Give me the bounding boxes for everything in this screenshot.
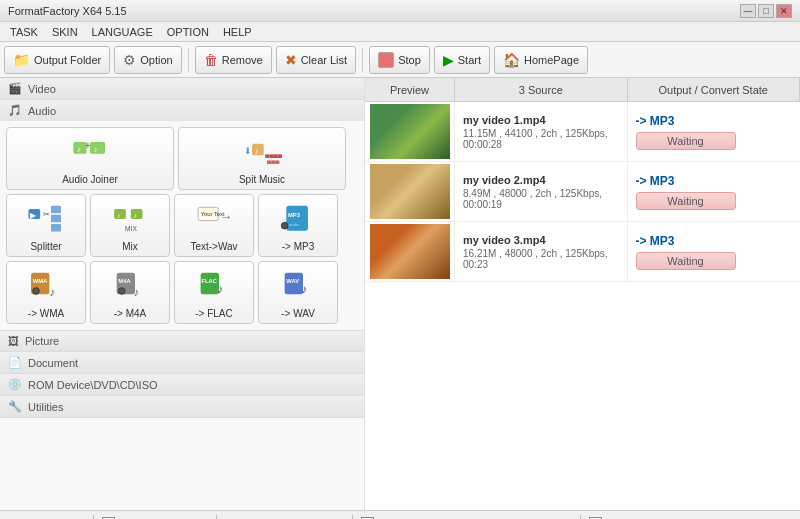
- audio-joiner-label: Audio Joiner: [62, 174, 118, 185]
- audio-joiner-button[interactable]: ♪ + ♪ Audio Joiner: [6, 127, 174, 190]
- remove-icon: 🗑: [204, 52, 218, 68]
- utils-icon: 🔧: [8, 400, 22, 413]
- waiting-badge-2: Waiting: [636, 192, 736, 210]
- sidebar-header-rom[interactable]: 💿 ROM Device\DVD\CD\ISO: [0, 374, 364, 395]
- preview-cell-1: [365, 102, 455, 161]
- to-wma-label: -> WMA: [28, 308, 64, 319]
- svg-text:⬇: ⬇: [244, 146, 252, 156]
- option-label: Option: [140, 54, 172, 66]
- clear-icon: ✖: [285, 52, 297, 68]
- app-title: FormatFactory X64 5.15: [8, 5, 127, 17]
- to-mp3-icon: MP3 audio: [274, 199, 322, 239]
- status-bar: 📁 C:\FFOutput ✓ Use Multi-Threads Elapse…: [0, 510, 800, 519]
- svg-text:M4A: M4A: [118, 278, 131, 284]
- menu-task[interactable]: TASK: [4, 24, 44, 40]
- file-meta-3: 16.21M , 48000 , 2ch , 125Kbps, 00:23: [463, 248, 619, 270]
- svg-text:audio: audio: [289, 222, 300, 227]
- table-row[interactable]: my video 3.mp4 16.21M , 48000 , 2ch , 12…: [365, 222, 800, 282]
- stop-color-indicator: [378, 52, 394, 68]
- svg-text:♪: ♪: [217, 282, 223, 295]
- menu-option[interactable]: OPTION: [161, 24, 215, 40]
- svg-text:FLAC: FLAC: [202, 278, 218, 284]
- sidebar-scroll[interactable]: 🎬 Video 🎵 Audio ♪: [0, 78, 364, 510]
- svg-text:♪: ♪: [133, 211, 137, 220]
- toolbar: 📁 Output Folder ⚙ Option 🗑 Remove ✖ Clea…: [0, 42, 800, 78]
- status-sep-3: [352, 515, 353, 519]
- sidebar-header-picture[interactable]: 🖼 Picture: [0, 331, 364, 351]
- sidebar-header-utilities[interactable]: 🔧 Utilities: [0, 396, 364, 417]
- audio-label: Audio: [28, 105, 56, 117]
- table-row[interactable]: my video 1.mp4 11.15M , 44100 , 2ch , 12…: [365, 102, 800, 162]
- svg-text:♪: ♪: [133, 285, 139, 298]
- maximize-button[interactable]: □: [758, 4, 774, 18]
- menu-bar: TASK SKIN LANGUAGE OPTION HELP: [0, 22, 800, 42]
- folder-icon: 📁: [13, 52, 30, 68]
- splitter-button[interactable]: ▶ ✂ Splitter: [6, 194, 86, 257]
- title-bar: FormatFactory X64 5.15 — □ ✕: [0, 0, 800, 22]
- start-button[interactable]: ▶ Start: [434, 46, 490, 74]
- toolbar-separator-2: [362, 48, 363, 72]
- window-controls: — □ ✕: [740, 4, 792, 18]
- clear-list-button[interactable]: ✖ Clear List: [276, 46, 356, 74]
- sidebar-section-rom: 💿 ROM Device\DVD\CD\ISO: [0, 374, 364, 396]
- file-rows: my video 1.mp4 11.15M , 44100 , 2ch , 12…: [365, 102, 800, 510]
- thumbnail-1: [370, 104, 450, 159]
- stop-label: Stop: [398, 54, 421, 66]
- audio-joiner-icon: ♪ + ♪: [66, 132, 114, 172]
- remove-button[interactable]: 🗑 Remove: [195, 46, 272, 74]
- audio-tools: ♪ + ♪ Audio Joiner ⬇: [0, 121, 364, 330]
- menu-help[interactable]: HELP: [217, 24, 258, 40]
- svg-text:WMA: WMA: [33, 278, 48, 284]
- svg-text:♪: ♪: [301, 282, 307, 295]
- output-folder-button[interactable]: 📁 Output Folder: [4, 46, 110, 74]
- mix-button[interactable]: ♪ ♪ MIX Mix: [90, 194, 170, 257]
- text-wav-icon: Your Text →: [190, 199, 238, 239]
- svg-rect-13: [51, 206, 61, 214]
- homepage-button[interactable]: 🏠 HomePage: [494, 46, 588, 74]
- status-sep-2: [216, 515, 217, 519]
- option-button[interactable]: ⚙ Option: [114, 46, 181, 74]
- to-mp3-button[interactable]: MP3 audio -> MP3: [258, 194, 338, 257]
- stop-button[interactable]: Stop: [369, 46, 430, 74]
- menu-language[interactable]: LANGUAGE: [86, 24, 159, 40]
- minimize-button[interactable]: —: [740, 4, 756, 18]
- clear-list-label: Clear List: [301, 54, 347, 66]
- to-flac-icon: FLAC ♪: [190, 266, 238, 306]
- sidebar-header-video[interactable]: 🎬 Video: [0, 78, 364, 99]
- state-cell-2: -> MP3 Waiting: [628, 162, 801, 221]
- split-music-button[interactable]: ⬇ ♪ ▄▄▄▄▄ ▄▄▄ Spit Music: [178, 127, 346, 190]
- status-sep-1: [93, 515, 94, 519]
- close-button[interactable]: ✕: [776, 4, 792, 18]
- rom-label: ROM Device\DVD\CD\ISO: [28, 379, 158, 391]
- format-label-1: -> MP3: [636, 114, 793, 128]
- mix-label: Mix: [122, 241, 138, 252]
- text-wav-button[interactable]: Your Text → Text->Wav: [174, 194, 254, 257]
- to-wav-button[interactable]: WAV ♪ -> WAV: [258, 261, 338, 324]
- mix-icon: ♪ ♪ MIX: [106, 199, 154, 239]
- sidebar-section-video: 🎬 Video: [0, 78, 364, 100]
- disc-icon: 💿: [8, 378, 22, 391]
- svg-text:♪: ♪: [117, 211, 121, 220]
- homepage-label: HomePage: [524, 54, 579, 66]
- svg-rect-14: [51, 215, 61, 223]
- preview-cell-2: [365, 162, 455, 221]
- document-label: Document: [28, 357, 78, 369]
- file-name-2: my video 2.mp4: [463, 174, 619, 186]
- to-mp3-label: -> MP3: [282, 241, 315, 252]
- main-content: 🎬 Video 🎵 Audio ♪: [0, 78, 800, 510]
- menu-skin[interactable]: SKIN: [46, 24, 84, 40]
- video-label: Video: [28, 83, 56, 95]
- to-wma-button[interactable]: WMA ♪ -> WMA: [6, 261, 86, 324]
- sidebar-header-audio[interactable]: 🎵 Audio: [0, 100, 364, 121]
- table-row[interactable]: my video 2.mp4 8.49M , 48000 , 2ch , 125…: [365, 162, 800, 222]
- sidebar-section-picture: 🖼 Picture: [0, 331, 364, 352]
- picture-label: Picture: [25, 335, 59, 347]
- file-name-1: my video 1.mp4: [463, 114, 619, 126]
- sidebar-header-document[interactable]: 📄 Document: [0, 352, 364, 373]
- home-icon: 🏠: [503, 52, 520, 68]
- svg-text:♪: ♪: [77, 144, 81, 154]
- to-m4a-button[interactable]: M4A ♪ -> M4A: [90, 261, 170, 324]
- split-music-icon: ⬇ ♪ ▄▄▄▄▄ ▄▄▄: [238, 132, 286, 172]
- to-flac-button[interactable]: FLAC ♪ -> FLAC: [174, 261, 254, 324]
- file-meta-2: 8.49M , 48000 , 2ch , 125Kbps, 00:00:19: [463, 188, 619, 210]
